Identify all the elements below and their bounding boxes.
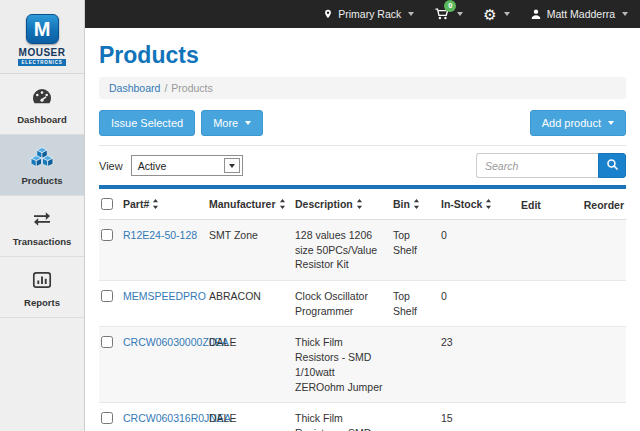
search-input[interactable] [476, 153, 598, 178]
location-dropdown[interactable]: Primary Rack [323, 8, 414, 20]
location-pin-icon [323, 8, 333, 20]
row-checkbox-cell [99, 403, 123, 431]
row-checkbox[interactable] [101, 290, 113, 302]
mouser-logo: M MOUSER ELECTRONICS [0, 0, 84, 74]
bin-cell: Top Shelf [393, 220, 441, 281]
manufacturer-cell: DALE [209, 403, 295, 431]
edit-cell [521, 220, 583, 281]
breadcrumb: Dashboard/Products [99, 77, 626, 99]
settings-dropdown[interactable]: ⚙ [483, 7, 509, 22]
column-header-part-[interactable]: Part# [123, 189, 209, 220]
cart-dropdown[interactable]: 0 [434, 7, 463, 21]
reorder-cell [583, 220, 626, 281]
edit-cell [521, 403, 583, 431]
sort-icon [413, 199, 420, 211]
reorder-cell [583, 327, 626, 403]
issue-selected-button[interactable]: Issue Selected [99, 110, 195, 136]
column-header-reorder: Reorder [583, 189, 626, 220]
view-select[interactable]: Active [131, 155, 243, 176]
user-icon [530, 8, 542, 20]
transactions-icon [2, 207, 82, 233]
table-row: MEMSPEEDPRO ABRACON Clock Oscillator Pro… [99, 281, 626, 327]
gear-icon: ⚙ [483, 7, 496, 22]
bin-cell [393, 403, 441, 431]
description-cell: Thick Film Resistors - SMD 1/10watt 16oh… [295, 403, 393, 431]
column-header-edit: Edit [521, 189, 583, 220]
app-window: M MOUSER ELECTRONICS Dashboard Products … [0, 0, 640, 431]
user-dropdown[interactable]: Matt Madderra [530, 8, 628, 20]
sidebar-nav: Dashboard Products Transactions Reports [0, 74, 84, 318]
cart-count-badge: 0 [444, 0, 456, 12]
manufacturer-cell: DALE [209, 327, 295, 403]
add-product-button[interactable]: Add product [530, 110, 626, 136]
bin-cell [393, 327, 441, 403]
description-cell: Clock Oscillator Programmer [295, 281, 393, 327]
more-button[interactable]: More [201, 110, 263, 136]
sort-icon [279, 199, 286, 211]
breadcrumb-current: Products [171, 82, 212, 94]
breadcrumb-dashboard-link[interactable]: Dashboard [109, 82, 160, 94]
toolbar: Issue Selected More Add product [99, 110, 626, 136]
cart-icon: 0 [434, 7, 450, 21]
products-table: Part#ManufacturerDescriptionBinIn-StockE… [99, 189, 626, 431]
select-all-checkbox[interactable] [101, 198, 113, 210]
brand-tagline: ELECTRONICS [18, 59, 65, 66]
sort-icon [356, 199, 363, 211]
view-select-value: Active [132, 160, 224, 172]
row-checkbox[interactable] [101, 336, 113, 348]
reorder-cell [583, 281, 626, 327]
sidebar: M MOUSER ELECTRONICS Dashboard Products … [0, 0, 85, 431]
bin-cell: Top Shelf [393, 281, 441, 327]
in-stock-cell: 15 [441, 403, 521, 431]
page-title: Products [99, 42, 626, 69]
brand-name: MOUSER [19, 47, 66, 58]
select-arrow-icon [224, 158, 240, 173]
row-checkbox-cell [99, 220, 123, 281]
description-cell: 128 values 1206 size 50PCs/Value Resisto… [295, 220, 393, 281]
in-stock-cell: 0 [441, 281, 521, 327]
column-header-manufacturer[interactable]: Manufacturer [209, 189, 295, 220]
sort-icon [152, 199, 159, 211]
sort-icon [485, 199, 492, 211]
mouser-logo-icon: M [26, 14, 59, 44]
table-row: CRCW060316R0JNEA DALE Thick Film Resisto… [99, 403, 626, 431]
select-all-header [99, 189, 123, 220]
sidebar-item-products[interactable]: Products [0, 135, 84, 196]
description-cell: Thick Film Resistors - SMD 1/10watt ZERO… [295, 327, 393, 403]
part-number-cell: CRCW06030000Z0EA [123, 327, 209, 403]
column-header-description[interactable]: Description [295, 189, 393, 220]
row-checkbox[interactable] [101, 229, 113, 241]
add-product-label: Add product [542, 117, 601, 129]
search-icon [606, 158, 619, 174]
column-header-bin[interactable]: Bin [393, 189, 441, 220]
sidebar-item-reports[interactable]: Reports [0, 257, 84, 318]
part-number-cell: MEMSPEEDPRO [123, 281, 209, 327]
toolbar-divider [99, 145, 626, 146]
sidebar-item-label: Transactions [2, 236, 82, 247]
in-stock-cell: 23 [441, 327, 521, 403]
sidebar-item-transactions[interactable]: Transactions [0, 196, 84, 257]
column-header-in-stock[interactable]: In-Stock [441, 189, 521, 220]
sidebar-item-label: Products [2, 175, 82, 186]
filter-bar: View Active [99, 153, 626, 178]
row-checkbox[interactable] [101, 412, 113, 424]
part-number-link[interactable]: MEMSPEEDPRO [123, 290, 206, 302]
in-stock-cell: 0 [441, 220, 521, 281]
part-number-cell: CRCW060316R0JNEA [123, 403, 209, 431]
dashboard-icon [2, 85, 82, 111]
topbar: Primary Rack 0 ⚙ Matt Madderra [85, 0, 640, 28]
more-label: More [213, 117, 238, 129]
table-row: CRCW06030000Z0EA DALE Thick Film Resisto… [99, 327, 626, 403]
search-button[interactable] [598, 153, 626, 178]
chevron-down-icon [608, 121, 614, 125]
chevron-down-icon [622, 12, 628, 16]
products-icon [2, 146, 82, 172]
chevron-down-icon [245, 121, 251, 125]
sidebar-item-dashboard[interactable]: Dashboard [0, 74, 84, 135]
reorder-cell [583, 403, 626, 431]
chevron-down-icon [504, 12, 510, 16]
main-content: Products Dashboard/Products Issue Select… [85, 28, 640, 431]
chevron-down-icon [457, 12, 463, 16]
part-number-link[interactable]: R12E24-50-128 [123, 229, 197, 241]
breadcrumb-separator: / [164, 82, 167, 94]
